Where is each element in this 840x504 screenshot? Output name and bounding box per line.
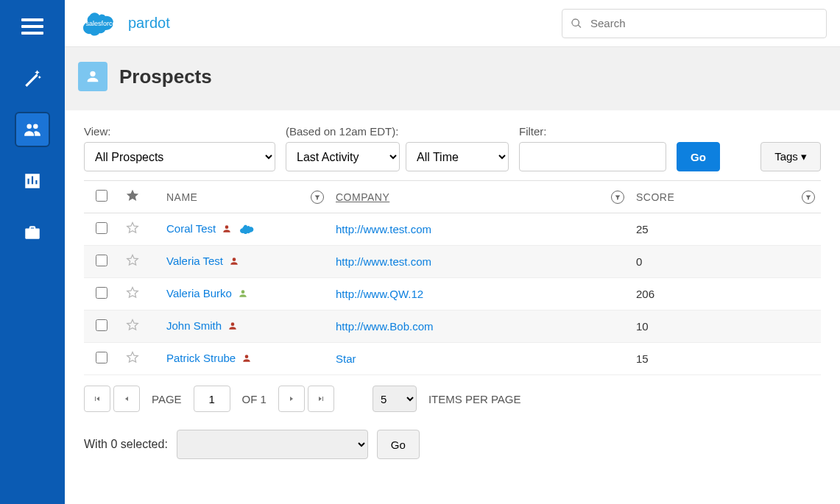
filter-input[interactable] [519, 142, 666, 171]
star-button[interactable] [125, 322, 140, 335]
score-cell: 10 [630, 310, 821, 343]
pagination-row: PAGE OF 1 5 ITEMS PER PAGE [65, 375, 840, 422]
nav-toolbox-button[interactable] [15, 215, 50, 250]
star-button[interactable] [125, 290, 140, 302]
prev-page-button[interactable] [113, 386, 140, 412]
company-link[interactable]: http://www.test.com [336, 223, 431, 235]
search-input[interactable] [562, 9, 827, 38]
person-status-icon [227, 321, 238, 333]
page-of-label: OF 1 [242, 393, 267, 405]
table-row: Valeria Burko http://www.QW.12 206 [84, 278, 821, 310]
prospect-name-link[interactable]: Valeria Burko [166, 287, 232, 299]
view-label: View: [84, 125, 275, 138]
bulk-go-button[interactable]: Go [377, 430, 420, 459]
tags-button[interactable]: Tags ▾ [760, 142, 821, 171]
bulk-action-select[interactable] [177, 430, 368, 459]
table-row: Patrick Strube Star 15 [84, 343, 821, 375]
nav-reports-button[interactable] [15, 163, 50, 199]
person-status-icon [238, 288, 248, 301]
score-cell: 0 [630, 246, 821, 278]
filter-label: Filter: [519, 125, 666, 138]
activity-select[interactable]: Last Activity [286, 142, 400, 171]
prospects-table: NAME COMPANY SCORE [84, 180, 821, 375]
prospect-name-link[interactable]: Patrick Strube [166, 352, 236, 364]
person-status-icon [222, 224, 232, 236]
col-checkbox-header [84, 181, 119, 213]
person-status-icon [241, 353, 252, 366]
activity-filter-group: (Based on 12am EDT): Last Activity All T… [286, 125, 509, 171]
view-select[interactable]: All Prospects [84, 142, 275, 171]
svg-text:salesforce: salesforce [85, 20, 116, 27]
briefcase-icon [23, 223, 42, 242]
row-checkbox[interactable] [96, 222, 107, 234]
activity-label: (Based on 12am EDT): [286, 125, 509, 138]
col-company-header[interactable]: COMPANY [330, 181, 630, 213]
search-container [562, 9, 827, 38]
brand-product-name: pardot [128, 15, 170, 32]
prospects-table-wrap: NAME COMPANY SCORE [65, 180, 840, 375]
row-checkbox[interactable] [96, 287, 107, 299]
prospect-name-link[interactable]: John Smith [166, 319, 222, 332]
prospect-name-link[interactable]: Coral Test [166, 222, 216, 235]
page-number-input[interactable] [194, 386, 230, 412]
tags-button-group: Tags ▾ [760, 125, 821, 171]
nav-wizard-button[interactable] [15, 60, 50, 96]
filter-go-button[interactable]: Go [677, 142, 720, 171]
text-filter-group: Filter: [519, 125, 666, 171]
next-page-button[interactable] [278, 386, 305, 412]
filter-funnel-icon [611, 191, 624, 204]
items-per-page-select[interactable]: 5 [373, 386, 417, 412]
person-status-icon [229, 256, 239, 269]
score-cell: 25 [630, 213, 821, 246]
col-name-header[interactable]: NAME [160, 181, 330, 213]
salesforce-sync-icon [240, 224, 255, 236]
score-cell: 206 [630, 278, 821, 310]
col-star-header[interactable] [119, 181, 160, 213]
bulk-action-row: With 0 selected: Go [65, 422, 840, 477]
star-button[interactable] [125, 355, 140, 367]
people-icon [23, 120, 42, 139]
prev-icon [122, 394, 131, 403]
table-row: John Smith http://www.Bob.com 10 [84, 310, 821, 343]
salesforce-cloud-icon: salesforce [78, 8, 124, 39]
caret-down-icon: ▾ [801, 150, 807, 163]
prospect-name-link[interactable]: Valeria Test [166, 255, 223, 267]
first-page-button[interactable] [84, 386, 110, 412]
company-link[interactable]: Star [336, 352, 356, 365]
page-icon [78, 62, 107, 91]
row-checkbox[interactable] [96, 352, 107, 363]
last-page-button[interactable] [308, 386, 334, 412]
menu-toggle-button[interactable] [15, 9, 50, 44]
last-icon [317, 394, 325, 403]
next-icon [287, 394, 296, 403]
table-row: Valeria Test http://www.test.com 0 [84, 246, 821, 278]
search-icon [571, 18, 582, 29]
time-select[interactable]: All Time [406, 142, 509, 171]
score-cell: 15 [630, 343, 821, 375]
select-all-checkbox[interactable] [96, 190, 107, 202]
row-checkbox[interactable] [96, 255, 107, 266]
row-checkbox[interactable] [96, 319, 107, 331]
filters-row: View: All Prospects (Based on 12am EDT):… [65, 110, 840, 180]
sidebar [0, 0, 65, 504]
star-button[interactable] [125, 258, 140, 270]
chart-icon [23, 171, 42, 191]
star-icon [125, 194, 140, 205]
wand-icon [23, 68, 42, 88]
filter-funnel-icon [311, 191, 324, 204]
main-content: salesforce pardot Prospects View: All Pr… [65, 0, 840, 504]
star-button[interactable] [125, 225, 140, 238]
col-score-header[interactable]: SCORE [630, 181, 821, 213]
view-filter-group: View: All Prospects [84, 125, 275, 171]
page-title: Prospects [119, 65, 212, 88]
go-button-group: Go [677, 125, 720, 171]
company-link[interactable]: http://www.test.com [336, 255, 431, 268]
company-link[interactable]: http://www.QW.12 [336, 288, 423, 300]
filter-funnel-icon [802, 191, 815, 204]
logo: salesforce pardot [78, 8, 170, 39]
nav-prospects-button[interactable] [15, 112, 50, 147]
company-link[interactable]: http://www.Bob.com [336, 320, 434, 333]
table-row: Coral Test http://www.test.com 25 [84, 213, 821, 246]
topbar: salesforce pardot [65, 0, 840, 47]
page-label: PAGE [152, 393, 182, 405]
